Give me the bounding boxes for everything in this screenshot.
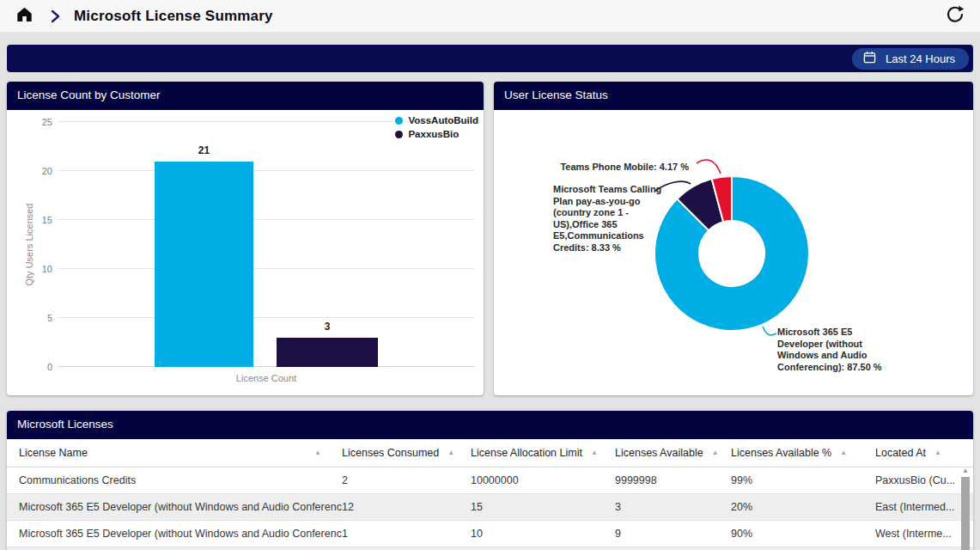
- breadcrumb-chevron-icon: [50, 9, 60, 23]
- bar-value-label-paxxusbio: 3: [277, 321, 378, 333]
- donut-label-teams-phone-mobile: Teams Phone Mobile: 4.17 %: [560, 162, 689, 174]
- cell-2-licenses-consumed: 1: [342, 520, 471, 547]
- scrollbar-track[interactable]: [961, 477, 970, 550]
- top-header: Microsoft License Summary: [0, 0, 980, 33]
- home-icon: [15, 5, 33, 27]
- filter-toolbar: Last 24 Hours: [7, 45, 973, 72]
- bar-chart-plot: 0510152025213: [58, 122, 475, 367]
- sort-arrow-icon-located-at[interactable]: ▲: [934, 449, 941, 456]
- gridline-20: [58, 170, 475, 171]
- y-tick-label-15: 15: [16, 215, 52, 225]
- column-header-license-allocation-limit[interactable]: License Allocation Limit▲: [471, 439, 615, 467]
- sort-arrow-icon-licenses-consumed[interactable]: ▲: [447, 449, 454, 456]
- cell-0-license-allocation-limit: 10000000: [471, 467, 615, 493]
- calendar-icon: [863, 51, 876, 66]
- gridline-5: [58, 317, 475, 318]
- user-license-status-panel-title: User License Status: [494, 82, 973, 110]
- page-title: Microsoft License Summary: [74, 8, 273, 25]
- legend-item-vossautobuild[interactable]: VossAutoBuild: [395, 113, 478, 127]
- legend-label-paxxusbio: PaxxusBio: [408, 129, 459, 139]
- time-range-label: Last 24 Hours: [886, 52, 955, 65]
- sort-arrow-icon-licenses-available[interactable]: ▲: [840, 449, 847, 456]
- gridline-15: [58, 219, 475, 220]
- table-row-1[interactable]: Microsoft 365 E5 Developer (without Wind…: [7, 493, 973, 520]
- column-label-license-allocation-limit: License Allocation Limit: [471, 447, 582, 459]
- cell-1-license-allocation-limit: 15: [471, 493, 615, 520]
- cell-1-located-at: East (Intermed...: [875, 493, 973, 520]
- donut-label-m365-e5-developer: Microsoft 365 E5 Developer (without Wind…: [777, 327, 894, 373]
- bar-chart-y-axis-label: Qty Users Licensed: [24, 122, 34, 367]
- column-header-licenses-consumed[interactable]: Licenses Consumed▲: [342, 439, 471, 467]
- refresh-icon: [946, 5, 965, 28]
- cell-2-license-name: Microsoft 365 E5 Developer (without Wind…: [7, 520, 342, 547]
- scrollbar-thumb[interactable]: [961, 477, 970, 550]
- legend-dot-paxxusbio: [395, 131, 403, 138]
- cell-1-licenses-available: 20%: [731, 493, 875, 520]
- legend-item-paxxusbio[interactable]: PaxxusBio: [395, 127, 478, 141]
- table-header-row: License Name▲Licenses Consumed▲License A…: [7, 439, 973, 467]
- column-header-located-at[interactable]: Located At▲: [875, 439, 973, 467]
- donut-label-teams-calling-plan: Microsoft Teams Calling Plan pay-as-you-…: [553, 184, 665, 254]
- table-row-0[interactable]: Communications Credits210000000999999899…: [7, 467, 973, 493]
- cell-1-license-name: Microsoft 365 E5 Developer (without Wind…: [7, 493, 342, 520]
- licenses-table: License Name▲Licenses Consumed▲License A…: [7, 439, 973, 547]
- partial-table-row: [7, 547, 973, 550]
- legend-dot-vossautobuild: [395, 117, 403, 125]
- column-label-license-name: License Name: [19, 447, 88, 459]
- gridline-0: [58, 366, 475, 367]
- bar-value-label-vossautobuild: 21: [155, 144, 253, 156]
- column-header-license-name[interactable]: License Name▲: [7, 439, 342, 467]
- column-label-licenses-available: Licenses Available: [615, 447, 703, 459]
- cell-1-licenses-consumed: 12: [342, 493, 471, 520]
- cell-0-license-name: Communications Credits: [7, 467, 342, 493]
- refresh-button[interactable]: [944, 5, 966, 28]
- cell-0-licenses-available: 99%: [731, 467, 875, 493]
- license-count-panel-title: License Count by Customer: [7, 82, 484, 110]
- microsoft-licenses-panel-title: Microsoft Licenses: [7, 411, 973, 439]
- y-tick-label-5: 5: [16, 313, 52, 323]
- donut-leader-line-2: [697, 160, 721, 174]
- table-scrollbar[interactable]: ▲: [960, 465, 971, 550]
- microsoft-licenses-panel: Microsoft Licenses License Name▲Licenses…: [7, 411, 973, 550]
- bar-chart-legend: VossAutoBuildPaxxusBio: [395, 113, 478, 141]
- sort-arrow-icon-license-allocation-limit[interactable]: ▲: [591, 449, 598, 456]
- cell-2-licenses-available: 9: [615, 520, 731, 547]
- table-row-2[interactable]: Microsoft 365 E5 Developer (without Wind…: [7, 520, 973, 547]
- y-tick-label-25: 25: [16, 117, 52, 127]
- bar-paxxusbio[interactable]: [277, 338, 378, 367]
- cell-2-license-allocation-limit: 10: [471, 520, 615, 547]
- bar-vossautobuild[interactable]: [155, 162, 253, 367]
- user-license-status-panel: User License Status Teams Phone Mobile: …: [494, 82, 973, 395]
- sort-arrow-icon-license-name[interactable]: ▲: [314, 449, 321, 456]
- donut-leader-line-0: [763, 327, 776, 335]
- y-tick-label-0: 0: [16, 362, 52, 372]
- column-label-licenses-consumed: Licenses Consumed: [342, 447, 439, 459]
- column-label-located-at: Located At: [875, 447, 926, 459]
- legend-label-vossautobuild: VossAutoBuild: [408, 115, 478, 125]
- cell-2-licenses-available: 90%: [731, 520, 875, 547]
- column-header-licenses-available[interactable]: Licenses Available▲: [615, 439, 731, 467]
- cell-0-located-at: PaxxusBio (Cu...: [875, 467, 973, 493]
- cell-2-located-at: West (Interme...: [875, 520, 973, 547]
- column-label-licenses-available: Licenses Available %: [731, 447, 831, 459]
- y-tick-label-20: 20: [16, 166, 52, 176]
- cell-1-licenses-available: 3: [615, 493, 731, 520]
- cell-0-licenses-consumed: 2: [342, 467, 471, 493]
- column-header-licenses-available[interactable]: Licenses Available %▲: [731, 439, 875, 467]
- license-count-panel: License Count by Customer Qty Users Lice…: [7, 82, 484, 395]
- home-button[interactable]: [14, 6, 34, 27]
- cell-0-licenses-available: 9999998: [615, 467, 731, 493]
- scrollbar-up-icon[interactable]: ▲: [960, 465, 971, 476]
- time-range-button[interactable]: Last 24 Hours: [852, 48, 969, 70]
- gridline-10: [58, 268, 475, 269]
- bar-chart-x-axis-label: License Count: [58, 373, 475, 383]
- y-tick-label-10: 10: [16, 264, 52, 274]
- sort-arrow-icon-licenses-available[interactable]: ▲: [712, 449, 719, 456]
